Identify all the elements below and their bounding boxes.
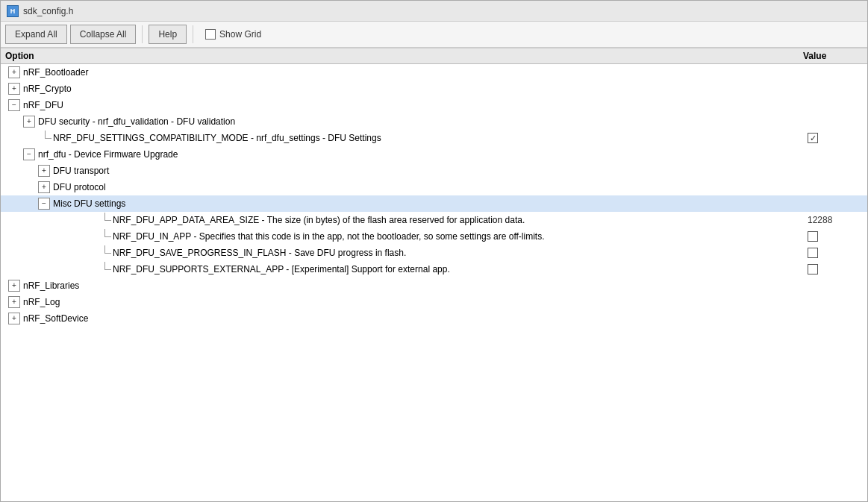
show-grid-area: Show Grid [205, 29, 261, 40]
tree-row-save-progress[interactable]: NRF_DFU_SAVE_PROGRESS_IN_FLASH - Save DF… [1, 245, 867, 261]
window-title: sdk_config.h [23, 6, 73, 16]
collapse-all-button[interactable]: Collapse All [70, 25, 137, 44]
file-icon: H [7, 5, 19, 17]
tree-row-nrf-dfu-settings[interactable]: NRF_DFU_SETTINGS_COMPATIBILITY_MODE - nr… [1, 130, 867, 146]
tree-row-nrf-log[interactable]: + nRF_Log [1, 294, 867, 310]
help-button[interactable]: Help [149, 25, 187, 44]
main-window: H sdk_config.h Expand All Collapse All H… [0, 0, 868, 502]
tree-row-nrf-dfu[interactable]: − nRF_DFU [1, 97, 867, 113]
label-dfu-protocol: DFU protocol [53, 180, 106, 195]
tree-row-dfu-protocol[interactable]: + DFU protocol [1, 179, 867, 195]
leaf-connector-save-progress [99, 245, 111, 260]
expand-icon-log[interactable]: + [8, 296, 20, 308]
checkbox-save-progress[interactable] [808, 248, 818, 258]
leaf-connector-ext-app [99, 262, 111, 277]
expand-icon-bootloader[interactable]: + [8, 66, 20, 78]
table-header: Option Value [1, 48, 867, 64]
leaf-connector-app-data [99, 213, 111, 228]
title-bar: H sdk_config.h [1, 1, 867, 22]
expand-icon-dfu-transport[interactable]: + [38, 165, 50, 177]
tree-row-nrf-softdevice[interactable]: + nRF_SoftDevice [1, 310, 867, 327]
label-dfu-security: DFU security - nrf_dfu_validation - DFU … [38, 114, 235, 129]
value-app-data-size: 12288 [808, 213, 867, 228]
label-dfu-in-app: NRF_DFU_IN_APP - Specifies that this cod… [113, 229, 545, 244]
leaf-connector-settings [40, 131, 51, 145]
label-dfu-transport: DFU transport [53, 163, 109, 178]
label-nrf-dfu: nRF_DFU [23, 98, 63, 113]
label-misc-dfu: Misc DFU settings [53, 196, 125, 211]
toolbar-separator [142, 25, 143, 43]
expand-icon-softdevice[interactable]: + [8, 313, 20, 324]
tree-row-nrf-bootloader[interactable]: + nRF_Bootloader [1, 64, 867, 81]
label-nrf-log: nRF_Log [23, 295, 60, 310]
expand-icon-libraries[interactable]: + [8, 280, 20, 292]
tree-row-app-data-size[interactable]: NRF_DFU_APP_DATA_AREA_SIZE - The size (i… [1, 212, 867, 228]
column-value-header: Value [803, 51, 863, 61]
expand-all-button[interactable]: Expand All [5, 25, 67, 44]
show-grid-checkbox[interactable] [205, 29, 216, 40]
expand-icon-dfu-protocol[interactable]: + [38, 181, 50, 193]
toolbar-separator-2 [193, 25, 193, 43]
value-supports-ext-app[interactable] [808, 264, 867, 274]
label-nrf-softdevice: nRF_SoftDevice [23, 311, 88, 326]
value-save-progress[interactable] [808, 248, 867, 258]
label-supports-ext-app: NRF_DFU_SUPPORTS_EXTERNAL_APP - [Experim… [113, 262, 450, 277]
expand-icon-dfu-security[interactable]: + [23, 116, 35, 128]
tree-content[interactable]: + nRF_Bootloader + nRF_Crypto − nRF_DFU … [1, 64, 867, 501]
label-nrf-dfu-device: nrf_dfu - Device Firmware Upgrade [38, 147, 178, 162]
tree-row-nrf-dfu-device[interactable]: − nrf_dfu - Device Firmware Upgrade [1, 146, 867, 163]
tree-row-supports-ext-app[interactable]: NRF_DFU_SUPPORTS_EXTERNAL_APP - [Experim… [1, 261, 867, 277]
toolbar: Expand All Collapse All Help Show Grid [1, 22, 867, 48]
value-nrf-dfu-settings[interactable] [808, 133, 867, 143]
tree-row-dfu-transport[interactable]: + DFU transport [1, 163, 867, 179]
tree-row-dfu-security[interactable]: + DFU security - nrf_dfu_validation - DF… [1, 113, 867, 130]
show-grid-label: Show Grid [219, 29, 261, 40]
label-nrf-crypto: nRF_Crypto [23, 81, 72, 96]
checkbox-supports-ext-app[interactable] [808, 264, 818, 274]
label-app-data-size: NRF_DFU_APP_DATA_AREA_SIZE - The size (i… [113, 213, 525, 228]
expand-icon-misc-dfu[interactable]: − [38, 198, 50, 210]
tree-row-misc-dfu[interactable]: − Misc DFU settings [1, 195, 867, 212]
checkbox-nrf-dfu-settings[interactable] [808, 133, 818, 143]
checkbox-dfu-in-app[interactable] [808, 231, 818, 242]
label-nrf-bootloader: nRF_Bootloader [23, 65, 88, 80]
expand-icon-crypto[interactable]: + [8, 83, 20, 95]
column-option-header: Option [5, 51, 803, 61]
label-nrf-libraries: nRF_Libraries [23, 278, 79, 293]
value-dfu-in-app[interactable] [808, 231, 867, 242]
leaf-connector-in-app [99, 229, 111, 244]
tree-row-nrf-libraries[interactable]: + nRF_Libraries [1, 277, 867, 294]
expand-icon-dfu[interactable]: − [8, 99, 20, 111]
label-save-progress: NRF_DFU_SAVE_PROGRESS_IN_FLASH - Save DF… [113, 245, 406, 260]
tree-row-nrf-crypto[interactable]: + nRF_Crypto [1, 81, 867, 97]
expand-icon-dfu-device[interactable]: − [23, 148, 35, 160]
label-nrf-dfu-settings: NRF_DFU_SETTINGS_COMPATIBILITY_MODE - nr… [53, 131, 381, 145]
tree-row-dfu-in-app[interactable]: NRF_DFU_IN_APP - Specifies that this cod… [1, 228, 867, 245]
